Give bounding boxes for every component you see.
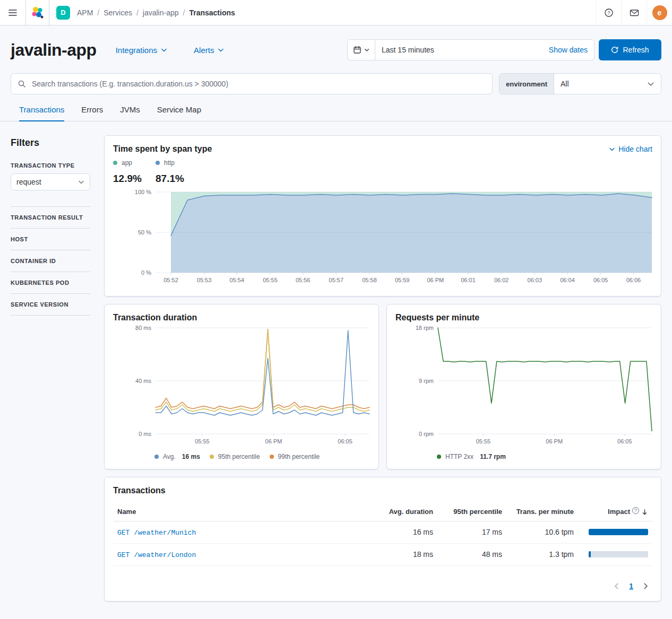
prev-page-button[interactable] [610, 580, 624, 592]
svg-text:05:55: 05:55 [476, 438, 491, 444]
requests-per-minute-card: Requests per minute 18 rpm9 rpm0 rpm05:5… [386, 304, 661, 469]
legend-dot [437, 455, 441, 459]
transaction-duration-chart[interactable]: 80 ms40 ms0 ms05:5506 PM06:05 [113, 322, 370, 449]
breadcrumb-services[interactable]: Services [104, 8, 132, 17]
refresh-button[interactable]: Refresh [599, 39, 661, 60]
breadcrumb: APM / Services / javalin-app / Transacti… [77, 0, 235, 25]
hamburger-icon [8, 9, 17, 16]
tpm-cell: 10.6 tpm [506, 521, 578, 543]
svg-text:06:05: 06:05 [338, 438, 352, 444]
next-page-button[interactable] [639, 580, 652, 592]
span-type-chart[interactable]: 100 %50 %0 %05:5205:5305:5405:5505:5605:… [113, 187, 652, 287]
search-row: environment All [0, 60, 672, 94]
legend-item-app[interactable]: app [113, 159, 156, 167]
app-percentage: 12.9% [113, 173, 156, 185]
chevron-down-icon [218, 47, 224, 53]
legend-item-avg[interactable]: Avg. 16 ms [154, 453, 200, 460]
impact-bar-fill [589, 551, 591, 557]
breadcrumb-current: Transactions [189, 8, 235, 17]
table-row: GET /weather/London 18 ms 48 ms 1.3 tpm [113, 543, 652, 565]
column-header-name[interactable]: Name [113, 503, 376, 521]
column-header-impact[interactable]: Impact? [578, 503, 652, 521]
filters-heading: Filters [11, 137, 90, 149]
facet-container-id[interactable]: CONTAINER ID [11, 250, 90, 272]
calendar-menu-button[interactable] [348, 40, 375, 60]
transaction-link[interactable]: GET /weather/Munich [117, 529, 196, 537]
time-controls: Last 15 minutes Show dates Refresh [347, 39, 661, 60]
search-box [11, 73, 493, 94]
search-transactions-input[interactable] [31, 79, 486, 89]
facet-host[interactable]: HOST [11, 228, 90, 250]
column-header-trans-per-minute[interactable]: Trans. per minute [506, 503, 578, 521]
legend-item-http-2xx[interactable]: HTTP 2xx 11.7 rpm [437, 453, 506, 460]
impact-help-icon[interactable]: ? [632, 507, 639, 514]
legend-item-99th[interactable]: 99th percentile [270, 453, 320, 460]
calendar-icon [353, 46, 361, 54]
impact-bar [589, 529, 648, 535]
page-1-button[interactable]: 1 [625, 580, 637, 592]
newsfeed-icon[interactable] [621, 0, 647, 25]
http-percentage: 87.1% [156, 173, 198, 185]
svg-text:05:52: 05:52 [163, 277, 178, 283]
legend-label: HTTP 2xx [445, 453, 473, 460]
integrations-menu[interactable]: Integrations [116, 46, 167, 55]
facet-transaction-result[interactable]: TRANSACTION RESULT [11, 206, 90, 228]
requests-per-minute-chart[interactable]: 18 rpm9 rpm0 rpm05:5506 PM06:05 [395, 322, 652, 449]
legend-item-http[interactable]: http [156, 159, 198, 167]
tab-errors[interactable]: Errors [81, 105, 103, 121]
legend-dot [210, 455, 214, 459]
transactions-table: Name Avg. duration 95th percentile Trans… [113, 503, 652, 566]
alerts-menu[interactable]: Alerts [194, 46, 224, 55]
breadcrumb-service[interactable]: javalin-app [143, 8, 179, 17]
date-picker: Last 15 minutes Show dates [347, 39, 595, 60]
environment-select[interactable]: All [554, 74, 661, 94]
impact-label: Impact [608, 508, 630, 516]
space-badge[interactable]: D [56, 6, 70, 20]
facet-kubernetes-pod[interactable]: KUBERNETES POD [11, 272, 90, 293]
hide-chart-link[interactable]: Hide chart [609, 145, 652, 153]
tab-service-map[interactable]: Service Map [157, 105, 201, 121]
tab-jvms[interactable]: JVMs [120, 105, 140, 121]
space-switcher[interactable]: D [49, 0, 77, 25]
table-header-row: Name Avg. duration 95th percentile Trans… [113, 503, 652, 521]
transactions-title: Transactions [113, 486, 652, 495]
svg-text:05:57: 05:57 [329, 277, 344, 283]
environment-label: environment [499, 74, 554, 94]
legend-label: 99th percentile [278, 453, 320, 460]
svg-text:?: ? [607, 10, 610, 15]
svg-text:05:56: 05:56 [296, 277, 311, 283]
legend-value: 11.7 rpm [480, 453, 506, 460]
svg-text:05:55: 05:55 [263, 277, 278, 283]
svg-text:05:53: 05:53 [197, 277, 212, 283]
rpm-legend: HTTP 2xx 11.7 rpm [437, 453, 652, 460]
requests-per-minute-title: Requests per minute [395, 313, 652, 322]
svg-text:9 rpm: 9 rpm [419, 378, 434, 384]
p95-cell: 48 ms [437, 543, 506, 565]
user-avatar[interactable]: e [647, 0, 672, 25]
transaction-type-select[interactable]: request [11, 173, 90, 190]
breadcrumb-apm[interactable]: APM [77, 8, 93, 17]
impact-bar-fill [589, 529, 648, 535]
column-header-avg-duration[interactable]: Avg. duration [376, 503, 437, 521]
avatar: e [652, 5, 667, 20]
column-header-95th-percentile[interactable]: 95th percentile [437, 503, 506, 521]
table-row: GET /weather/Munich 16 ms 17 ms 10.6 tpm [113, 521, 652, 543]
svg-text:06 PM: 06 PM [265, 438, 282, 444]
show-dates-link[interactable]: Show dates [542, 46, 594, 54]
refresh-label: Refresh [623, 46, 649, 54]
time-range-value[interactable]: Last 15 minutes [375, 46, 542, 54]
svg-text:100 %: 100 % [135, 189, 151, 195]
transaction-link[interactable]: GET /weather/London [117, 551, 196, 559]
legend-item-95th[interactable]: 95th percentile [210, 453, 260, 460]
svg-text:06:02: 06:02 [494, 277, 509, 283]
charts-row: Transaction duration 80 ms40 ms0 ms05:55… [104, 304, 661, 469]
menu-icon[interactable] [0, 0, 26, 25]
elastic-logo[interactable] [26, 0, 49, 25]
service-tabs: Transactions Errors JVMs Service Map [0, 94, 672, 121]
breadcrumb-separator: / [97, 8, 99, 17]
help-icon[interactable]: ? [596, 0, 621, 25]
tab-transactions[interactable]: Transactions [19, 105, 64, 121]
facet-service-version[interactable]: SERVICE VERSION [11, 293, 90, 316]
filters-panel: Filters TRANSACTION TYPE request TRANSAC… [11, 135, 90, 316]
service-header: javalin-app Integrations Alerts Last 15 … [0, 25, 672, 60]
